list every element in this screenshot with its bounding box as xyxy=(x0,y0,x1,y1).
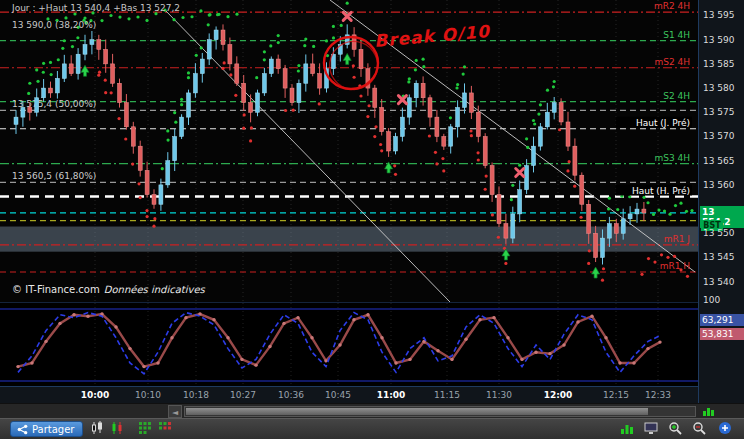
grid-mixed-icon[interactable] xyxy=(156,421,174,437)
candle xyxy=(490,166,494,195)
oscillator-d-dot xyxy=(156,361,159,364)
time-label: 12:15 xyxy=(603,390,629,400)
signal-dot xyxy=(359,94,362,97)
time-label: 10:45 xyxy=(325,390,351,400)
signal-dot xyxy=(166,129,169,132)
signal-dot xyxy=(277,34,280,37)
zoom-out-icon[interactable] xyxy=(690,421,708,437)
add-icon[interactable] xyxy=(716,421,734,437)
signal-dot xyxy=(588,249,591,252)
signal-dot xyxy=(217,13,220,16)
ohlc-chart-icon[interactable] xyxy=(108,421,126,437)
candle xyxy=(566,122,570,146)
signal-dot xyxy=(455,86,458,89)
candle xyxy=(104,49,108,64)
signal-dot xyxy=(64,16,67,19)
signal-dot xyxy=(441,157,444,160)
screen-icon[interactable] xyxy=(642,421,660,437)
share-button-label: Partager xyxy=(32,424,74,435)
candle xyxy=(173,136,177,160)
signal-dot xyxy=(608,197,611,200)
candle xyxy=(380,107,384,131)
signal-dot xyxy=(57,58,60,61)
signal-dot xyxy=(477,158,480,161)
signal-dot xyxy=(235,13,238,16)
signal-dot xyxy=(318,102,321,105)
candle xyxy=(221,30,225,45)
candle xyxy=(359,49,363,68)
zoom-in-icon[interactable] xyxy=(666,421,684,437)
price-chart[interactable]: 13 575,4 (50,00%)13 560,5 (61,80%)mR2 4H… xyxy=(0,0,698,302)
signal-dot xyxy=(353,76,356,79)
oscillator-d-dot xyxy=(618,361,621,364)
signal-dot xyxy=(118,15,121,18)
signal-dot xyxy=(98,71,101,74)
scrollbar-track[interactable] xyxy=(184,406,696,417)
candle xyxy=(69,64,73,74)
oscillator-panel[interactable] xyxy=(0,302,698,387)
candle xyxy=(21,107,25,117)
level-label: mS3 4H xyxy=(654,153,690,163)
candle xyxy=(152,195,156,205)
signal-dot xyxy=(208,13,211,16)
signal-dot xyxy=(602,267,605,270)
signal-dot xyxy=(532,119,535,122)
signal-dot xyxy=(647,257,650,260)
candle xyxy=(269,59,273,74)
signal-dot xyxy=(221,67,224,70)
candle xyxy=(318,74,322,89)
oscillator-d-dot xyxy=(646,347,649,350)
signal-dot xyxy=(71,45,74,48)
trading-platform-window: 13 575,4 (50,00%)13 560,5 (61,80%)mR2 4H… xyxy=(0,0,744,439)
oscillator-d-dot xyxy=(86,315,89,318)
oscillator-d-dot xyxy=(394,361,397,364)
candle xyxy=(262,74,266,93)
scrollbar-thumb[interactable] xyxy=(186,408,648,415)
candle xyxy=(290,88,294,103)
candle xyxy=(573,146,577,175)
candle xyxy=(228,45,232,64)
candle xyxy=(449,127,453,146)
price-axis[interactable]: 13 554,2 BST 100 63,291 53,831 13 59513 … xyxy=(698,0,744,403)
signal-dot xyxy=(190,15,193,18)
candle xyxy=(400,117,404,136)
copyright: © IT-Finance.comDonnées indicatives xyxy=(12,284,205,295)
candle xyxy=(476,112,480,136)
signal-dot xyxy=(242,127,245,130)
bar-chart-icon[interactable] xyxy=(618,421,636,437)
grid-green-icon[interactable] xyxy=(136,421,154,437)
signal-dot xyxy=(332,36,335,39)
level-label: mR1 H xyxy=(660,261,690,271)
signal-dot xyxy=(50,73,53,76)
signal-dot xyxy=(297,69,300,72)
candle xyxy=(483,136,487,165)
candle xyxy=(235,64,239,83)
oscillator-d-dot xyxy=(520,358,523,361)
oscillator-chart[interactable] xyxy=(0,303,698,387)
oscillator-d-dot xyxy=(282,322,285,325)
time-label: 11:00 xyxy=(377,390,406,400)
oscillator-d-dot xyxy=(58,322,61,325)
level-label: Haut (H. Pré) xyxy=(632,186,690,196)
candle xyxy=(242,83,246,102)
signal-dot xyxy=(153,217,156,220)
candle xyxy=(131,127,135,146)
candle xyxy=(49,88,53,93)
signal-dot xyxy=(104,91,107,94)
share-button[interactable]: Partager xyxy=(10,421,83,437)
scroll-left-button[interactable]: ◄ xyxy=(168,405,182,418)
time-axis[interactable]: 10:0010:1010:1810:2710:3610:4511:0011:15… xyxy=(0,386,698,404)
signal-dot xyxy=(226,15,229,18)
oscillator-d-dot xyxy=(562,343,565,346)
signal-dot xyxy=(679,202,682,205)
price-tick: 13 595 xyxy=(703,10,735,20)
price-tick: 13 590 xyxy=(703,35,735,45)
mini-chart-icon[interactable] xyxy=(702,406,716,417)
candle xyxy=(83,45,87,55)
signal-dot xyxy=(518,164,521,167)
signal-dot xyxy=(442,169,445,172)
candlestick-icon[interactable] xyxy=(88,421,106,437)
candle xyxy=(601,238,605,257)
candlestick-chart[interactable]: 13 575,4 (50,00%)13 560,5 (61,80%)mR2 4H… xyxy=(0,0,698,302)
candle xyxy=(256,93,260,112)
